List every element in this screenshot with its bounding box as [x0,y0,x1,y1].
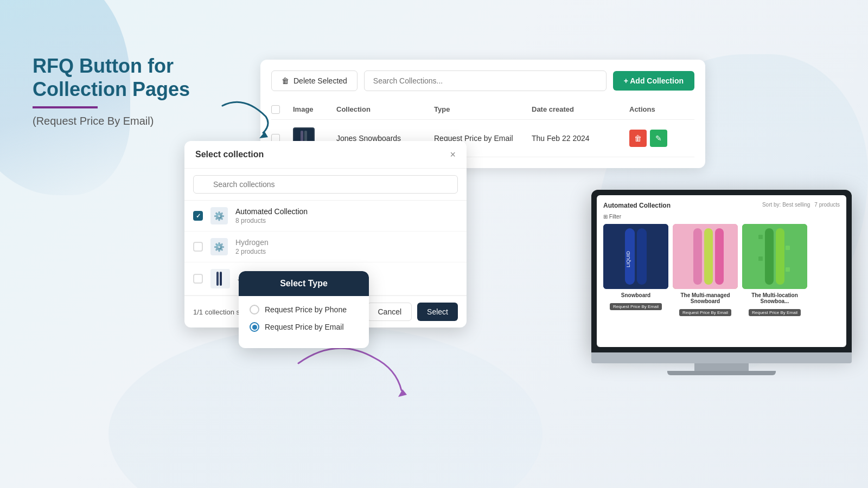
select-type-header: Select Type [239,271,369,296]
add-collection-label: + Add Collection [624,76,684,85]
svg-rect-5 [216,272,219,286]
page-title: RFQ Button for Collection Pages [33,54,239,101]
svg-rect-14 [693,228,702,285]
radio-option-email[interactable]: Request Price by Email [250,322,358,332]
svg-rect-21 [786,246,790,250]
item-thumb-2: ⚙️ [210,238,228,255]
header-collection: Collection [336,105,434,114]
arrow-1 [212,100,277,146]
laptop-toolbar: Automated Collection Sort by: Best selli… [603,202,840,209]
laptop-base [591,352,852,363]
select-type-modal: Select Type Request Price by Phone Reque… [239,271,369,348]
svg-rect-23 [786,267,790,272]
search-container [364,70,607,91]
arrow-3 [293,347,412,414]
header-actions: Actions [629,105,694,114]
radio-phone[interactable] [250,305,259,314]
laptop-products: LIQUID Snowboard Request Price By Email [603,224,840,316]
product-badge-3: Request Price By Email [749,309,801,316]
item-checkbox-3[interactable] [193,274,203,284]
product-badge-2: Request Price By Email [679,309,731,316]
item-info-1: Automated Collection 8 products [235,207,458,224]
sort-label: Automated Collection [603,202,671,209]
radio-email-label: Request Price by Email [265,323,344,331]
add-collection-button[interactable]: + Add Collection [613,71,694,91]
item-count-1: 8 products [235,217,458,224]
trash-icon: 🗑 [282,76,289,85]
filter-icon: ⊞ [603,214,608,220]
modal-header: Select collection × [184,141,467,169]
laptop-stand [694,363,749,371]
svg-rect-19 [776,228,784,285]
product-card-1: LIQUID Snowboard Request Price By Email [603,224,668,316]
headline-divider [33,106,98,108]
row-date: Thu Feb 22 2024 [532,134,629,143]
radio-email[interactable] [250,322,259,332]
svg-marker-8 [398,389,407,397]
modal-title: Select collection [195,150,264,159]
laptop-screen-wrapper: Automated Collection Sort by: Best selli… [591,190,852,352]
search-collections-input[interactable] [364,70,607,91]
page-subtitle: (Request Price By Email) [33,115,239,127]
row-actions: 🗑 ✎ [629,130,694,147]
table-toolbar: 🗑 Delete Selected + Add Collection [271,70,694,91]
svg-rect-18 [765,228,774,285]
item-checkbox-1[interactable] [193,211,203,221]
item-info-2: Hydrogen 2 products [235,238,458,255]
product-image-3 [742,224,807,289]
product-card-3: The Multi-location Snowboa... Request Pr… [742,224,807,316]
svg-rect-15 [704,228,713,285]
filter-label: Filter [609,214,621,220]
modal-search-input[interactable] [193,175,458,194]
radio-phone-label: Request Price by Phone [265,305,347,314]
header-image: Image [293,105,336,114]
svg-rect-22 [758,256,763,261]
delete-label: Delete Selected [293,76,347,85]
laptop-bottom [667,371,776,375]
delete-selected-button[interactable]: 🗑 Delete Selected [271,70,358,91]
product-image-2 [673,224,738,289]
item-name-2: Hydrogen [235,238,458,247]
svg-rect-16 [715,228,724,285]
item-thumb-1: ⚙️ [210,207,228,224]
header-type: Type [434,105,532,114]
list-item[interactable]: ⚙️ Automated Collection 8 products [184,201,467,232]
item-count-2: 2 products [235,248,458,255]
select-type-body: Request Price by Phone Request Price by … [239,296,369,348]
laptop-screen: Automated Collection Sort by: Best selli… [597,195,846,347]
headline-area: RFQ Button for Collection Pages (Request… [33,54,239,127]
item-name-1: Automated Collection [235,207,458,216]
sort-by-label: Sort by: Best selling [762,202,810,209]
item-checkbox-2[interactable] [193,242,203,252]
product-image-1: LIQUID [603,224,668,289]
svg-rect-11 [637,228,647,285]
row-edit-button[interactable]: ✎ [650,130,667,147]
product-name-2: The Multi-managed Snowboard [673,292,738,304]
radio-option-phone[interactable]: Request Price by Phone [250,305,358,314]
product-count-label: 7 products [814,202,840,209]
list-item[interactable]: ⚙️ Hydrogen 2 products [184,232,467,262]
row-delete-button[interactable]: 🗑 [629,130,647,147]
product-card-2: The Multi-managed Snowboard Request Pric… [673,224,738,316]
modal-close-button[interactable]: × [450,150,456,159]
laptop-screen-content: Automated Collection Sort by: Best selli… [597,195,846,323]
product-badge-1: Request Price By Email [610,303,662,310]
svg-rect-17 [742,224,807,289]
svg-rect-20 [758,235,763,239]
modal-search-wrapper: 🔍 [193,175,458,194]
svg-rect-6 [220,272,222,286]
modal-footer-actions: Cancel Select [367,303,458,321]
laptop-area: Automated Collection Sort by: Best selli… [591,190,852,375]
modal-search-area: 🔍 [184,169,467,201]
laptop-collection-title: Automated Collection [603,202,671,209]
cancel-button[interactable]: Cancel [367,303,412,321]
product-name-3: The Multi-location Snowboa... [742,292,807,304]
table-header: Image Collection Type Date created Actio… [271,100,694,120]
item-thumb-3 [210,269,230,288]
svg-text:LIQUID: LIQUID [626,251,631,268]
filter-bar: ⊞ Filter [603,214,840,220]
select-button[interactable]: Select [417,303,458,321]
header-date: Date created [532,105,629,114]
svg-rect-9 [603,224,668,289]
product-name-1: Snowboard [603,292,668,298]
